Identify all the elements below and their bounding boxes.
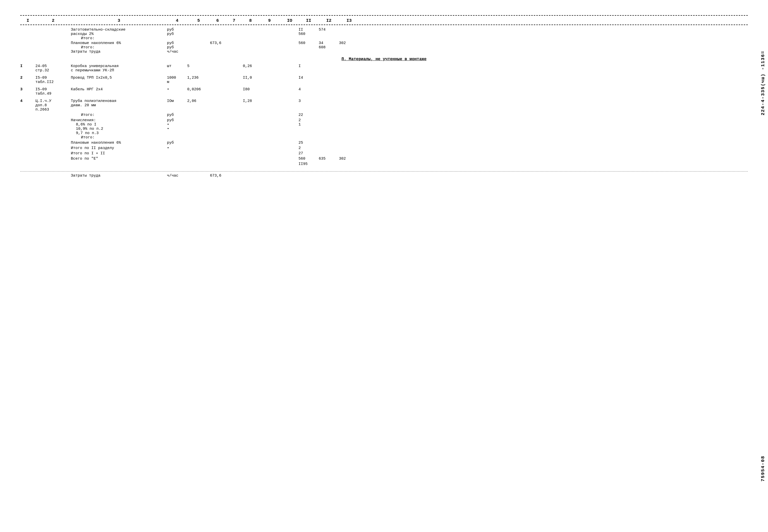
- item2-c10: [281, 76, 298, 84]
- r2-c13: 302: [339, 41, 359, 54]
- item2-c8: II,0: [243, 76, 258, 84]
- item3-qty: 0,0206: [187, 87, 210, 96]
- r1-c10: [281, 28, 298, 40]
- item1-c6: [210, 64, 225, 73]
- item4-c10: [281, 99, 298, 112]
- rn-c11: 2 1: [298, 118, 319, 140]
- item3-c7: [225, 87, 243, 96]
- r1-c5: [187, 28, 210, 40]
- item4-c11: 3: [298, 99, 319, 112]
- item1-c7: [225, 64, 243, 73]
- item2-num: 2: [20, 76, 35, 84]
- r1-c4: руб руб: [167, 28, 187, 40]
- r2-c4: руб руб ч/час: [167, 41, 187, 54]
- ri4-c6: [210, 113, 225, 117]
- item4-c12: [319, 99, 339, 112]
- row-ii95: II95: [20, 162, 748, 166]
- side-label-top: 224-4-335(чш) -1136=: [760, 51, 765, 115]
- r1-c2: [35, 28, 71, 40]
- col-header-10: IO: [281, 18, 298, 23]
- col-header-2: 2: [35, 18, 71, 23]
- r2-c3-l2: Итого:: [71, 45, 167, 50]
- r1-c12: 574: [319, 28, 339, 40]
- rii-c11: 2: [298, 146, 319, 150]
- item4-num: 4: [20, 99, 35, 112]
- item2-qty: 1,236: [187, 76, 210, 84]
- ri4-c3: Итого:: [71, 113, 167, 117]
- item2-c12: [319, 76, 339, 84]
- rn-c6: [210, 118, 225, 140]
- rn-c4: руб • •: [167, 118, 187, 140]
- col-header-5: 5: [187, 18, 210, 23]
- item-3: 3 I5–09 табл.49 Кабель НРГ 2x4 • 0,0206 …: [20, 87, 748, 96]
- r1-c6: [210, 28, 225, 40]
- item-2: 2 I5–09 табл.II2 Провод ТРП Ix2x0,5 1000…: [20, 76, 748, 84]
- rf-c3: Затраты труда: [71, 174, 167, 178]
- row-nach: Начисления: 8,6% по I 10,9% по п.2 9,7 п…: [20, 118, 748, 140]
- r2-c3-l3: Затраты труда: [71, 50, 167, 54]
- item-1: I 24–05 стр.32 Коробка универсальная с п…: [20, 64, 748, 73]
- item3-c6: [210, 87, 225, 96]
- row-footer: Затраты труда ч/час 673,6: [20, 171, 748, 178]
- r2-c6: 673,6: [210, 41, 225, 54]
- rn-c10: [281, 118, 298, 140]
- row-zagot: Заготовительно-складские расходы 2% Итог…: [20, 28, 748, 40]
- item2-desc: Провод ТРП Ix2x0,5: [71, 76, 167, 84]
- rf-c4: ч/час: [167, 174, 187, 178]
- item3-c12: [319, 87, 339, 96]
- rf-c6: 673,6: [210, 174, 225, 178]
- ri4-c4: руб: [167, 113, 187, 117]
- col-header-11: II: [298, 18, 319, 23]
- r2-c9: [258, 41, 281, 54]
- rv-c11: 560: [298, 157, 319, 161]
- item2-c6: [210, 76, 225, 84]
- rn-c3: Начисления: 8,6% по I 10,9% по п.2 9,7 п…: [71, 118, 167, 140]
- col-header-3: 3: [71, 18, 167, 23]
- item1-c12: [319, 64, 339, 73]
- rn-c7: [225, 118, 243, 140]
- r1-c8: [243, 28, 258, 40]
- item3-c9: [258, 87, 281, 96]
- row-vsego: Всего по "Е" 560 635 302: [20, 157, 748, 161]
- item3-c10: [281, 87, 298, 96]
- top-border: [20, 15, 748, 16]
- sub-ii95: II95: [298, 162, 319, 166]
- rv-c13: 302: [339, 157, 359, 161]
- item3-c8: I80: [243, 87, 258, 96]
- row-itogo-ii: Итого по II разделу • 2: [20, 146, 748, 150]
- item4-qty: 2,06: [187, 99, 210, 112]
- item1-num: I: [20, 64, 35, 73]
- ri4-c5: [187, 113, 210, 117]
- r2-c12: 34 608: [319, 41, 339, 54]
- r1-c3: Заготовительно-складские расходы 2% Итог…: [71, 28, 167, 40]
- rv-c3: Всего по "Е": [71, 157, 167, 161]
- r1-c3-l3: Итого:: [71, 36, 167, 40]
- item1-unit: шт: [167, 64, 187, 73]
- column-headers: I 2 3 4 5 6 7 8 9 IO II I2 I3: [20, 17, 748, 25]
- col-header-13: I3: [339, 18, 359, 23]
- item4-c13: [339, 99, 359, 112]
- item1-c10: [281, 64, 298, 73]
- item4-c8: I,28: [243, 99, 258, 112]
- item4-desc: Труба полиэтиленовая диам. 20 мм: [71, 99, 167, 112]
- item3-c13: [339, 87, 359, 96]
- col-header-7: 7: [225, 18, 243, 23]
- row-itogo-i-ii: Итого по I + II 27: [20, 151, 748, 156]
- item3-unit: •: [167, 87, 187, 96]
- ri4-c8: [243, 113, 258, 117]
- col-header-8: 8: [243, 18, 258, 23]
- r1-c13: [339, 28, 359, 40]
- item1-c11: I: [298, 64, 319, 73]
- rp6-c3: Плановые накопления 6%: [71, 141, 167, 145]
- r1-c3-l2: расходы 2%: [71, 32, 167, 36]
- item2-c11: I4: [298, 76, 319, 84]
- ri4-c11: 22: [298, 113, 319, 117]
- item4-unit: IOм: [167, 99, 187, 112]
- col-header-6: 6: [210, 18, 225, 23]
- ri4-c9: [258, 113, 281, 117]
- item1-ref: 24–05 стр.32: [35, 64, 71, 73]
- rii2-c3: Итого по I + II: [71, 151, 167, 156]
- r2-c10: [281, 41, 298, 54]
- r1-c3-l1: Заготовительно-складские: [71, 28, 167, 32]
- item3-desc: Кабель НРГ 2x4: [71, 87, 167, 96]
